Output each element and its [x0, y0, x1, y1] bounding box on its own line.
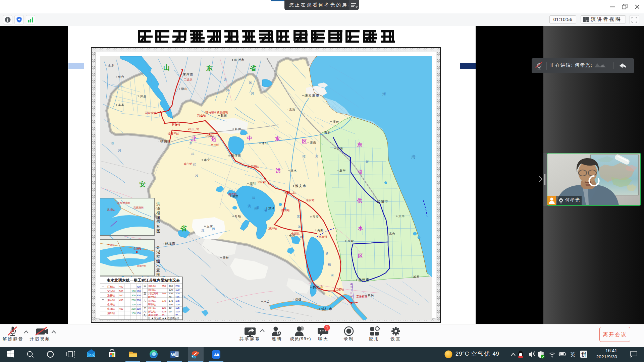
svg-text:160: 160 — [169, 285, 173, 288]
svg-text:大丰: 大丰 — [398, 215, 405, 218]
svg-text:淮: 淮 — [201, 229, 204, 232]
svg-text:河: 河 — [212, 227, 215, 231]
svg-text:扬州市: 扬州市 — [313, 285, 324, 289]
svg-text:河: 河 — [331, 274, 334, 277]
svg-text:盐城市: 盐城市 — [377, 199, 388, 203]
svg-text:新: 新 — [366, 160, 369, 164]
svg-text:京: 京 — [189, 141, 192, 145]
svg-text:240: 240 — [162, 292, 166, 295]
svg-text:蔺家坝站: 蔺家坝站 — [148, 314, 159, 317]
svg-text:五: 五 — [144, 292, 146, 295]
svg-text:沛县: 沛县 — [140, 95, 147, 98]
svg-text:连云港市: 连云港市 — [305, 94, 319, 97]
svg-text:邳州站: 邳州站 — [148, 303, 156, 306]
svg-text:英: 英 — [570, 352, 576, 357]
svg-text:示: 示 — [156, 263, 160, 267]
svg-text:120: 120 — [175, 288, 180, 291]
svg-text:泗阳站: 泗阳站 — [148, 285, 156, 288]
svg-text:涟水: 涟水 — [290, 169, 297, 172]
svg-text:淮安站: 淮安站 — [306, 198, 315, 202]
svg-text:河: 河 — [251, 92, 254, 95]
svg-text:引: 引 — [350, 289, 353, 292]
svg-text:淮安市: 淮安市 — [295, 184, 306, 188]
svg-text:中: 中 — [247, 135, 252, 141]
svg-text:400: 400 — [119, 285, 123, 288]
svg-text:运: 运 — [193, 163, 196, 166]
svg-text:意: 意 — [156, 268, 160, 272]
svg-text:天长: 天长 — [223, 256, 229, 259]
svg-text:洪泽站: 洪泽站 — [268, 227, 277, 230]
svg-text:意: 意 — [156, 225, 160, 229]
svg-text:泗洪站: 泗洪站 — [228, 192, 237, 196]
svg-text:沂: 沂 — [224, 78, 227, 81]
svg-text:125: 125 — [162, 310, 166, 313]
svg-text:杭: 杭 — [191, 152, 194, 156]
svg-text:泰州市: 泰州市 — [358, 278, 369, 282]
svg-text:高港枢纽: 高港枢纽 — [356, 295, 368, 298]
svg-text:宿迁市: 宿迁市 — [231, 154, 241, 158]
svg-text:供: 供 — [357, 198, 362, 203]
svg-text:邳州站: 邳州站 — [205, 134, 214, 138]
svg-text:250: 250 — [175, 292, 180, 295]
svg-text:里: 里 — [297, 215, 300, 218]
svg-text:淮阴二站: 淮阴二站 — [284, 191, 296, 194]
svg-text:仪征: 仪征 — [295, 298, 302, 301]
svg-text:175: 175 — [169, 299, 173, 302]
svg-text:洪: 洪 — [275, 168, 281, 174]
svg-text:区: 区 — [302, 138, 307, 144]
svg-text:蚌埠市: 蚌埠市 — [165, 242, 176, 245]
svg-text:110: 110 — [175, 296, 179, 299]
svg-text:江都站: 江都站 — [335, 288, 344, 291]
svg-text:蒋坝泄洪闸: 蒋坝泄洪闸 — [117, 201, 130, 204]
svg-text:枣庄市: 枣庄市 — [183, 73, 194, 76]
svg-text:150: 150 — [169, 292, 173, 295]
svg-text:镇江市: 镇江市 — [321, 307, 332, 311]
svg-text:阜宁: 阜宁 — [339, 169, 346, 172]
svg-text:新沂: 新沂 — [235, 127, 241, 131]
svg-text:200: 200 — [131, 299, 136, 302]
svg-text:南水北调东线一期工程江苏境内泵站情况表: 南水北调东线一期工程江苏境内泵站情况表 — [106, 278, 180, 282]
svg-text:金乡: 金乡 — [108, 64, 114, 67]
svg-text:图: 图 — [156, 273, 160, 277]
svg-text:河: 河 — [195, 174, 198, 177]
svg-text:400: 400 — [137, 285, 141, 288]
svg-text:四: 四 — [144, 285, 146, 288]
svg-text:响水: 响水 — [324, 131, 330, 134]
svg-text:河: 河 — [300, 236, 303, 239]
svg-text:刘老涧站: 刘老涧站 — [148, 292, 159, 295]
svg-text:鱼台: 鱼台 — [118, 75, 124, 78]
svg-text:高良涧闸: 高良涧闸 — [133, 206, 144, 209]
svg-text:150: 150 — [137, 312, 141, 315]
svg-text:山: 山 — [163, 64, 170, 71]
svg-text:示: 示 — [156, 220, 160, 224]
svg-text:三: 三 — [102, 307, 104, 310]
svg-text:150: 150 — [131, 312, 136, 315]
svg-text:75: 75 — [175, 314, 178, 317]
svg-text:100: 100 — [137, 290, 141, 293]
svg-text:微山: 微山 — [181, 87, 187, 90]
svg-text:泰: 泰 — [350, 283, 353, 286]
svg-text:350: 350 — [162, 285, 166, 288]
svg-text:纽: 纽 — [156, 259, 160, 263]
svg-text:北: 北 — [191, 136, 197, 141]
svg-text:洪泽站: 洪泽站 — [107, 208, 115, 211]
svg-text:河: 河 — [254, 207, 257, 210]
svg-text:沭阳: 沭阳 — [262, 141, 268, 145]
svg-text:淮阴站: 淮阴站 — [281, 208, 290, 212]
svg-text:湖: 湖 — [156, 250, 160, 254]
svg-text:丰县: 丰县 — [118, 103, 124, 107]
svg-text:泗: 泗 — [111, 141, 114, 145]
svg-text:国家墳站: 国家墳站 — [145, 111, 157, 115]
svg-text:河: 河 — [118, 149, 121, 152]
svg-text:睢宁站: 睢宁站 — [184, 162, 193, 166]
svg-text:金: 金 — [156, 245, 160, 249]
svg-text:175: 175 — [175, 299, 180, 302]
svg-text:125: 125 — [175, 306, 180, 309]
svg-text:图: 图 — [156, 229, 160, 233]
svg-text:300: 300 — [137, 294, 141, 297]
svg-text:东台: 东台 — [389, 232, 395, 235]
svg-text:刘山站: 刘山站 — [148, 306, 156, 309]
svg-text:灌: 灌 — [303, 155, 306, 158]
svg-text:洪: 洪 — [156, 202, 160, 206]
svg-text:高邮: 高邮 — [317, 229, 324, 232]
